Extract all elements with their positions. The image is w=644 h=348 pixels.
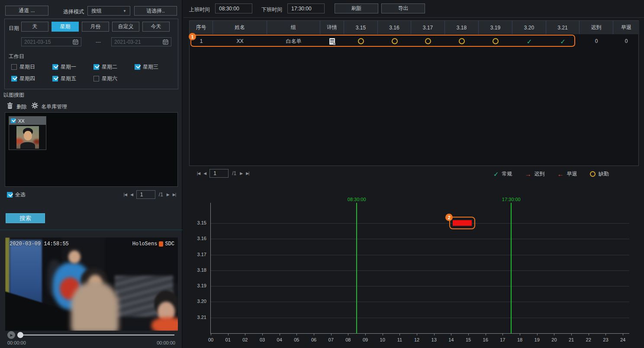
weekday-label: 星期五	[61, 75, 76, 82]
checkbox-icon[interactable]	[11, 118, 16, 123]
prev-page-button[interactable]: ◀	[203, 171, 206, 176]
first-page-button[interactable]: |◀	[124, 192, 127, 197]
column-header-1: 姓名	[213, 21, 267, 34]
calendar-icon	[73, 39, 78, 45]
gear-icon[interactable]	[32, 102, 38, 109]
checkbox-icon[interactable]	[11, 76, 17, 81]
face-photo-part	[20, 142, 35, 149]
chart-tick-label: 11	[394, 337, 405, 342]
legend-item-2: ←早退	[557, 170, 577, 178]
chart-tick	[348, 334, 348, 335]
weekday-label: 星期二	[102, 63, 117, 71]
page-total: /1	[159, 192, 163, 198]
column-header-6: 3.17	[411, 21, 445, 34]
cell-2: 白名单	[267, 38, 320, 45]
absent-icon	[493, 38, 499, 44]
weekday-checkbox-6[interactable]: 星期六	[93, 75, 135, 82]
cell-6	[411, 38, 445, 44]
chart-gridline	[211, 239, 629, 239]
date-mode-button-0[interactable]: 天	[21, 22, 48, 32]
chart-tick-label: 22	[583, 337, 594, 342]
checkbox-icon[interactable]	[11, 64, 17, 70]
last-page-button[interactable]: ▶|	[173, 192, 176, 197]
legend-label: 常规	[502, 170, 512, 178]
chart-tick	[589, 334, 589, 335]
weekday-checkbox-3[interactable]: 星期三	[135, 63, 176, 70]
date-mode-button-4[interactable]: 今天	[142, 22, 170, 32]
page-input[interactable]	[136, 190, 155, 199]
legend-item-3: 缺勤	[590, 170, 609, 178]
next-page-button[interactable]: ▶	[240, 171, 242, 176]
face-card-0[interactable]: XX	[9, 116, 46, 150]
worktime-line	[356, 203, 357, 334]
weekday-checkbox-0[interactable]: 星期日	[11, 63, 52, 70]
face-photo-part	[24, 131, 32, 140]
chart-tick-label: 24	[617, 337, 628, 342]
column-header-0: 序号	[190, 21, 213, 34]
checkbox-icon[interactable]	[93, 64, 99, 70]
chart-row-label: 3.20	[184, 299, 206, 304]
date-range-separator: ---	[90, 39, 106, 45]
last-page-button[interactable]: ▶|	[246, 171, 249, 176]
channel-button[interactable]: 通道 ...	[5, 6, 48, 16]
checkbox-icon[interactable]	[52, 64, 58, 70]
date-mode-group: 天星期月份自定义今天	[21, 22, 170, 32]
date-mode-button-2[interactable]: 月份	[82, 22, 109, 32]
select-mode-dropdown[interactable]: 按组 ▼	[87, 6, 130, 16]
cell-1: XX	[213, 38, 267, 44]
date-mode-button-1[interactable]: 星期	[52, 22, 79, 32]
column-header-11: 迟到	[580, 21, 613, 34]
search-button[interactable]: 搜索	[6, 213, 45, 223]
weekday-checkbox-1[interactable]: 星期一	[52, 63, 93, 70]
video-timestamp-overlay: 2020-03-09 14:58:55	[10, 241, 69, 247]
chart-tick-label: 13	[428, 337, 440, 342]
page-input[interactable]	[209, 169, 229, 178]
chart-gridline	[211, 318, 629, 318]
first-page-button[interactable]: |◀	[197, 171, 200, 176]
cell-11: 0	[580, 38, 613, 44]
next-page-button[interactable]: ▶	[167, 192, 169, 197]
cell-4	[344, 38, 378, 44]
trash-icon[interactable]	[7, 102, 13, 109]
video-progress-track[interactable]	[17, 335, 174, 335]
export-button[interactable]: 导出	[381, 3, 425, 13]
start-date-input[interactable]: 2021-03-15	[21, 37, 81, 46]
end-date-input[interactable]: 2021-03-21	[111, 37, 171, 46]
work-start-input[interactable]	[215, 3, 252, 13]
delete-button[interactable]: 删除	[16, 103, 27, 111]
chart-tick-label: 15	[463, 337, 474, 342]
panel-divider	[0, 230, 183, 230]
chart-tick	[262, 334, 263, 335]
arrow-right-icon: →	[525, 171, 531, 177]
chart-gridline	[211, 223, 629, 224]
checkbox-icon[interactable]	[52, 76, 58, 81]
date-mode-button-3[interactable]: 自定义	[112, 22, 139, 32]
checkbox-icon[interactable]	[93, 76, 99, 81]
chart-tick-label: 07	[325, 337, 337, 342]
checkbox-icon[interactable]	[7, 192, 13, 198]
select-all-checkbox[interactable]: 全选	[7, 191, 26, 198]
column-header-12: 早退	[613, 21, 639, 34]
column-header-5: 3.16	[378, 21, 411, 34]
face-library-button[interactable]: 名单库管理	[41, 103, 67, 111]
column-header-4: 3.15	[344, 21, 378, 34]
weekday-checkbox-2[interactable]: 星期二	[93, 63, 135, 70]
checkbox-icon[interactable]	[135, 64, 140, 70]
play-button[interactable]: ▶	[7, 331, 15, 339]
absent-icon	[358, 38, 364, 44]
refresh-button[interactable]: 刷新	[335, 3, 378, 13]
detail-icon[interactable]	[329, 38, 335, 45]
weekday-checkbox-5[interactable]: 星期五	[52, 75, 93, 82]
work-end-input[interactable]	[287, 3, 325, 13]
column-header-3: 详情	[320, 21, 344, 34]
choose-target-button[interactable]: 请选择..	[134, 6, 177, 16]
video-progress-handle[interactable]	[17, 332, 23, 338]
prev-page-button[interactable]: ◀	[130, 192, 133, 197]
arrow-left-icon: ←	[557, 171, 564, 177]
chart-tick-label: 04	[274, 337, 285, 342]
table-row[interactable]: 1XX白名单✓✓00	[190, 36, 638, 47]
absent-icon	[459, 38, 465, 44]
video-player[interactable]: 2020-03-09 14:58:55 HoloSens SDC	[5, 237, 178, 331]
cell-5	[378, 38, 411, 44]
weekday-checkbox-4[interactable]: 星期四	[11, 75, 52, 82]
